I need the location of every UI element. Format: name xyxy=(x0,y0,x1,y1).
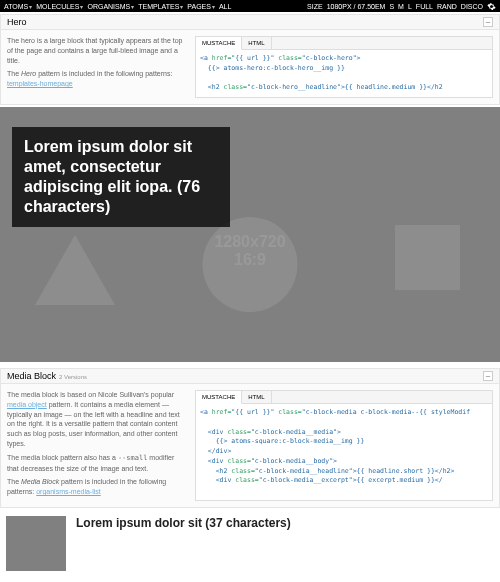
hero-desc-lineage: The Hero pattern is included in the foll… xyxy=(7,69,187,89)
chevron-down-icon: ▾ xyxy=(131,3,134,10)
hero-code-tabs: MUSTACHE HTML xyxy=(196,37,492,50)
media-desc-lineage: The Media Block pattern is included in t… xyxy=(7,477,187,497)
nav-all[interactable]: ALL xyxy=(219,3,231,10)
hero-code-content: <a href="{{ url }}" class="c-block-hero"… xyxy=(196,50,492,97)
collapse-toggle[interactable]: – xyxy=(483,17,493,27)
size-rand[interactable]: RAND xyxy=(437,3,457,10)
chevron-down-icon: ▾ xyxy=(80,3,83,10)
hero-preview: 1280x720 16:9 Lorem ipsum dolor sit amet… xyxy=(0,107,500,362)
size-disco[interactable]: DISCO xyxy=(461,3,483,10)
tab-html[interactable]: HTML xyxy=(242,37,271,49)
media-description: The media block is based on Nicole Sulli… xyxy=(7,390,187,501)
hero-pattern-header: Hero – xyxy=(0,14,500,29)
nav-organisms[interactable]: ORGANISMS▾ xyxy=(87,3,134,10)
media-placeholder-image xyxy=(6,516,66,571)
media-pattern-title: Media Block2 Versions xyxy=(7,371,87,381)
nav-molecules[interactable]: MOLECULES▾ xyxy=(36,3,83,10)
size-m[interactable]: M xyxy=(398,3,404,10)
chevron-down-icon: ▾ xyxy=(29,3,32,10)
nav-templates[interactable]: TEMPLATES▾ xyxy=(138,3,183,10)
hero-pattern-title: Hero xyxy=(7,17,27,27)
hero-description: The hero is a large block that typically… xyxy=(7,36,187,98)
media-preview: Lorem ipsum dolor sit (37 characters) xyxy=(0,508,500,579)
media-desc-2: The media block pattern also has a --sma… xyxy=(7,453,187,474)
media-desc-1: The media block is based on Nicole Sulli… xyxy=(7,390,187,449)
media-pattern-header: Media Block2 Versions – xyxy=(0,368,500,383)
collapse-toggle[interactable]: – xyxy=(483,371,493,381)
hero-desc-text: The hero is a large block that typically… xyxy=(7,36,187,65)
size-l[interactable]: L xyxy=(408,3,412,10)
size-s[interactable]: S xyxy=(389,3,394,10)
top-toolbar: ATOMS▾ MOLECULES▾ ORGANISMS▾ TEMPLATES▾ … xyxy=(0,0,500,12)
tab-mustache[interactable]: MUSTACHE xyxy=(196,391,242,404)
size-value: 1080PX / 67.50EM xyxy=(327,3,386,10)
chevron-down-icon: ▾ xyxy=(212,3,215,10)
toolbar-right: SIZE 1080PX / 67.50EM S M L FULL RAND DI… xyxy=(307,2,496,11)
media-version-meta: 2 Versions xyxy=(59,374,87,380)
tab-html[interactable]: HTML xyxy=(242,391,271,403)
lineage-link[interactable]: organisms-media-list xyxy=(36,488,101,495)
hero-pattern-body: The hero is a large block that typically… xyxy=(0,29,500,105)
size-full[interactable]: FULL xyxy=(416,3,433,10)
media-headline: Lorem ipsum dolor sit (37 characters) xyxy=(76,516,291,530)
placeholder-square-icon xyxy=(395,225,460,290)
lineage-link[interactable]: templates-homepage xyxy=(7,80,73,87)
tab-mustache[interactable]: MUSTACHE xyxy=(196,37,242,50)
media-code-content: <a href="{{ url }}" class="c-block-media… xyxy=(196,404,492,490)
media-pattern-body: The media block is based on Nicole Sulli… xyxy=(0,383,500,508)
hero-code-panel: MUSTACHE HTML <a href="{{ url }}" class=… xyxy=(195,36,493,98)
placeholder-triangle-icon xyxy=(35,235,115,305)
media-code-panel: MUSTACHE HTML <a href="{{ url }}" class=… xyxy=(195,390,493,501)
gear-icon[interactable] xyxy=(487,2,496,11)
nav-pages[interactable]: PAGES▾ xyxy=(187,3,215,10)
chevron-down-icon: ▾ xyxy=(180,3,183,10)
pattern-nav: ATOMS▾ MOLECULES▾ ORGANISMS▾ TEMPLATES▾ … xyxy=(4,3,231,10)
placeholder-dimensions: 1280x720 16:9 xyxy=(214,233,285,268)
media-code-tabs: MUSTACHE HTML xyxy=(196,391,492,404)
size-label: SIZE xyxy=(307,3,323,10)
hero-headline: Lorem ipsum dolor sit amet, consectetur … xyxy=(12,127,230,227)
nav-atoms[interactable]: ATOMS▾ xyxy=(4,3,32,10)
media-object-link[interactable]: media object xyxy=(7,401,47,408)
